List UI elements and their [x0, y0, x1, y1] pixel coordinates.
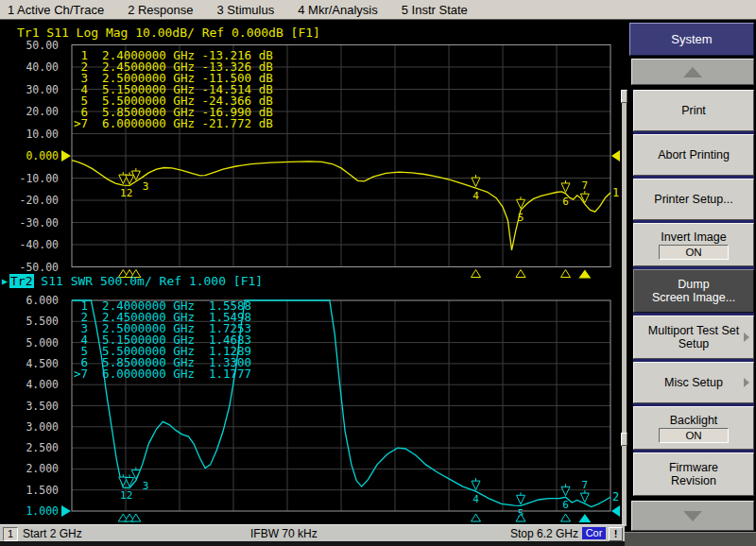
marker-6-label: 6 — [562, 499, 569, 511]
y-axis-tick-label: 2.000 — [26, 462, 59, 475]
tr2-header[interactable]: ▶Tr2 S11 SWR 500.0m/ Ref 1.000 [F1] — [2, 274, 263, 288]
trace-end-number: 1 — [612, 186, 619, 199]
trace-end-number: 2 — [612, 490, 619, 503]
softkey-list: PrintAbort PrintingPrinter Setup...Inver… — [633, 90, 754, 496]
softkey-label: Dump — [678, 278, 709, 291]
marker-7-label: 7 — [582, 479, 589, 491]
menu-bar: 1 Active Ch/Trace2 Response3 Stimulus4 M… — [0, 0, 756, 20]
marker-3-stimulus — [131, 514, 141, 521]
marker-7-stimulus-active — [578, 514, 591, 522]
y-axis-tick-label: 3.000 — [26, 420, 59, 434]
y-axis-tick-label: 3.500 — [26, 400, 59, 413]
marker-3-label: 3 — [143, 180, 149, 193]
softkey-scrollbar-thumb[interactable] — [621, 433, 627, 446]
marker-4-label: 4 — [472, 493, 479, 505]
marker-6-stimulus — [561, 514, 571, 521]
softkey-label: Abort Printing — [658, 148, 730, 162]
y-axis-tick-label: 5.500 — [26, 315, 59, 328]
softkey-scroll-up-button[interactable] — [631, 59, 754, 85]
marker-6-glyph — [561, 183, 570, 193]
softkey-scrollbar[interactable] — [622, 90, 627, 526]
network-analyzer-screen: 1 Active Ch/Trace2 Response3 Stimulus4 M… — [0, 0, 756, 546]
softkey-abort-printing[interactable]: Abort Printing — [633, 134, 754, 176]
menu-item-3-stimulus[interactable]: 3 Stimulus — [217, 3, 275, 17]
tr1-marker-table: 1 2.4000000 GHz -13.216 dB 2 2.4500000 G… — [74, 50, 273, 129]
y-axis-tick-label: 1.000 — [26, 504, 59, 518]
lcd-display-area: 50.0040.0030.0020.0010.000.000-10.00-20.… — [0, 21, 620, 524]
y-axis-tick-label: 5.000 — [26, 336, 59, 350]
softkey-label: Printer Setup... — [654, 193, 732, 206]
marker-4-glyph — [472, 178, 480, 187]
marker-7-glyph — [580, 493, 589, 503]
softkey-scroll-down-button[interactable] — [631, 501, 754, 531]
menu-item-1-active-ch-trace[interactable]: 1 Active Ch/Trace — [8, 3, 104, 17]
y-axis-tick-label: 4.000 — [26, 378, 59, 391]
softkey-multiport-test-set-setup[interactable]: Multiport Test SetSetup — [633, 316, 754, 359]
softkey-scrollbar-top-cap[interactable] — [621, 90, 627, 103]
y-axis-tick-label: 10.00 — [26, 128, 59, 141]
softkey-printer-setup[interactable]: Printer Setup... — [633, 179, 754, 220]
marker-6-stimulus — [561, 270, 571, 278]
y-axis-tick-label: 6.000 — [26, 294, 59, 307]
correction-badge: Cor — [582, 527, 606, 539]
y-axis-tick-label: 50.00 — [26, 39, 59, 52]
y-axis-tick-label: 30.00 — [26, 83, 59, 96]
marker-5-stimulus — [516, 270, 525, 278]
marker-3-label: 3 — [143, 480, 149, 492]
marker-2-label: 2 — [127, 187, 133, 199]
softkey-misc-setup[interactable]: Misc Setup — [633, 362, 754, 403]
softkey-panel: System PrintAbort PrintingPrinter Setup.… — [620, 21, 756, 546]
marker-5-glyph — [517, 495, 525, 504]
marker-6-label: 6 — [562, 196, 569, 208]
tr1-header[interactable]: Tr1 S11 Log Mag 10.00dB/ Ref 0.000dB [F1… — [17, 26, 320, 40]
softkey-label: Firmware — [669, 461, 718, 474]
ref-level-arrow-right — [611, 505, 620, 517]
softkey-label: Multiport Test Set — [648, 324, 739, 337]
toggle-state: ON — [659, 428, 729, 443]
menu-item-4-mkr-analysis[interactable]: 4 Mkr/Analysis — [298, 3, 378, 17]
softkey-firmware-revision[interactable]: FirmwareRevision — [633, 452, 754, 496]
marker-4-stimulus — [472, 270, 481, 278]
marker-5-label: 5 — [518, 212, 524, 224]
softkey-label: Misc Setup — [664, 376, 723, 389]
softkey-label: Revision — [671, 474, 716, 487]
marker-4-glyph — [472, 481, 480, 490]
y-axis-tick-label: 2.500 — [26, 441, 59, 454]
softkey-label: Print — [681, 104, 706, 117]
system-menu-title[interactable]: System — [629, 23, 754, 56]
y-axis-tick-label: -10.00 — [19, 172, 59, 185]
tr1-name: Tr1 — [17, 26, 39, 40]
y-axis-tick-label: -20.00 — [19, 194, 59, 207]
marker-6-glyph — [561, 486, 570, 496]
toggle-state: ON — [659, 245, 729, 260]
menu-item-2-response[interactable]: 2 Response — [128, 3, 193, 17]
softkey-invert-image[interactable]: Invert ImageON — [633, 223, 754, 266]
active-trace-arrow-icon: ▶ — [2, 276, 8, 286]
softkey-backlight[interactable]: BacklightON — [633, 406, 754, 450]
marker-7-label: 7 — [582, 179, 589, 192]
y-axis-tick-label: 1.500 — [26, 484, 59, 497]
down-arrow-icon — [683, 511, 702, 521]
softkey-label: Backlight — [670, 414, 718, 427]
y-axis-tick-label: -50.00 — [19, 261, 59, 274]
softkey-dump-screen-image[interactable]: DumpScreen Image... — [633, 269, 754, 313]
marker-2-label: 2 — [127, 489, 133, 502]
menu-item-5-instr-state[interactable]: 5 Instr State — [402, 3, 468, 17]
status-bar: 1 Start 2 GHz IFBW 70 kHz Stop 6.2 GHz C… — [0, 524, 625, 541]
marker-1-label: 1 — [120, 489, 127, 502]
ref-level-arrow-left — [61, 505, 71, 517]
marker-7-stimulus-active — [578, 270, 591, 279]
marker-1-label: 1 — [120, 187, 127, 199]
start-frequency: Start 2 GHz — [23, 527, 82, 540]
softkey-print[interactable]: Print — [633, 90, 754, 131]
y-axis-tick-label: 20.00 — [26, 105, 59, 118]
stop-frequency: Stop 6.2 GHz — [510, 527, 578, 540]
softkey-label: Screen Image... — [652, 291, 735, 304]
marker-4-label: 4 — [472, 190, 479, 202]
y-axis-tick-label: -40.00 — [19, 238, 59, 251]
ifbw-readout: IFBW 70 kHz — [250, 527, 318, 540]
submenu-chevron-icon — [744, 333, 749, 342]
up-arrow-icon — [683, 67, 702, 77]
tr2-settings: S11 SWR 500.0m/ Ref 1.000 [F1] — [34, 274, 264, 288]
marker-7-glyph — [580, 194, 589, 203]
